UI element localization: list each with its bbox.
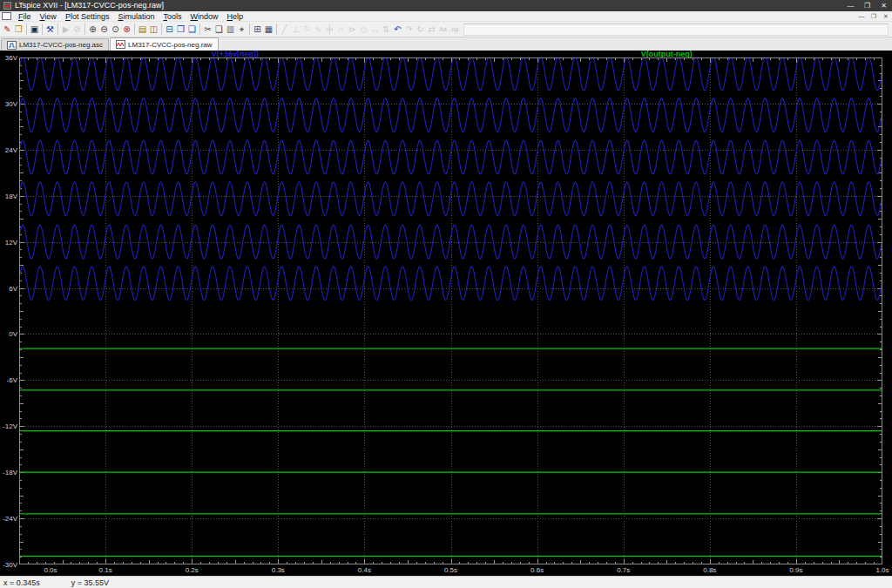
- x-tick-label: 0.3s: [272, 566, 285, 574]
- tab-bar: LM317-CVCC-pos-neg.ascLM317-CVCC-pos-neg…: [0, 37, 892, 51]
- toolbar-empty-area: [463, 24, 889, 36]
- toolbar-separator: [199, 24, 200, 35]
- halt-icon: ⊘: [71, 23, 83, 36]
- drag-icon: ⇅: [381, 23, 392, 36]
- y-tick-label: -12V: [0, 422, 17, 430]
- trace-input-ripple-step-3[interactable]: [19, 140, 882, 174]
- find-icon[interactable]: ⌖: [236, 23, 247, 36]
- wire-icon: ╱: [279, 23, 290, 36]
- copy-icon[interactable]: ❑: [213, 23, 225, 36]
- toolbar-separator: [161, 24, 162, 35]
- trace-input-ripple-step-6[interactable]: [19, 267, 882, 301]
- capacitor-icon: ╪: [324, 23, 335, 36]
- tab-lm317-cvcc-pos-neg-raw[interactable]: LM317-CVCC-pos-neg.raw: [110, 37, 218, 51]
- redo-icon: ↷: [403, 23, 415, 36]
- menu-simulation[interactable]: Simulation: [113, 11, 159, 22]
- move-icon: ↔: [369, 23, 381, 36]
- toolbar-separator: [26, 24, 27, 35]
- waveform-pane[interactable]: V(+36v[neg])V(output-neg) 36V30V24V18V12…: [0, 51, 892, 576]
- paste-icon[interactable]: ▥: [225, 23, 236, 36]
- cascade-windows-icon[interactable]: ❏: [186, 23, 198, 36]
- cut-icon[interactable]: ✂: [202, 23, 213, 36]
- x-tick-label: 0.9s: [789, 566, 802, 574]
- resistor-icon: ∿: [313, 23, 324, 36]
- trace-output-neg: [20, 348, 882, 556]
- menu-window[interactable]: Window: [186, 11, 222, 22]
- axis-ticks: [20, 58, 882, 564]
- x-tick-label: 0.0s: [44, 566, 57, 574]
- undo-icon[interactable]: ↶: [392, 23, 403, 36]
- menu-view[interactable]: View: [36, 11, 61, 22]
- zoom-back-icon[interactable]: ⊖: [98, 23, 110, 36]
- zoom-area-icon[interactable]: ⊕: [87, 23, 98, 36]
- x-tick-label: 0.5s: [444, 566, 457, 574]
- menu-bar: FileViewPlot SettingsSimulationToolsWind…: [0, 11, 892, 22]
- diode-icon: ⊳: [347, 23, 358, 36]
- schematic-icon: [7, 41, 17, 50]
- y-tick-label: 24V: [0, 146, 17, 154]
- minimize-button[interactable]: —: [842, 0, 859, 11]
- tab-lm317-cvcc-pos-neg-asc[interactable]: LM317-CVCC-pos-neg.asc: [1, 38, 109, 51]
- plot-canvas[interactable]: [19, 57, 882, 564]
- print-preview-icon[interactable]: ⊞: [252, 23, 263, 36]
- print-icon[interactable]: ▦: [263, 23, 274, 36]
- inductor-icon: ∩: [335, 23, 347, 36]
- y-tick-label: 18V: [0, 193, 17, 200]
- y-tick-label: -18V: [0, 469, 17, 476]
- control-panel-icon[interactable]: ⚒: [44, 23, 56, 36]
- tab-label: LM317-CVCC-pos-neg.raw: [128, 41, 212, 49]
- window-title: LTspice XVII - [LM317-CVCC-pos-neg.raw]: [15, 0, 842, 11]
- trace-input-ripple-step-2[interactable]: [19, 98, 882, 132]
- x-tick-label: 0.6s: [530, 566, 544, 574]
- save-icon[interactable]: ▣: [29, 23, 40, 36]
- tile-vertically-icon[interactable]: ❐: [175, 23, 186, 36]
- toolbar-separator: [84, 24, 85, 35]
- mdi-minimize-button[interactable]: —: [855, 13, 868, 19]
- spice-directive-icon: .op: [449, 23, 460, 36]
- close-button[interactable]: ✕: [875, 0, 892, 11]
- restore-button[interactable]: ❐: [859, 0, 875, 11]
- plot-frame: [20, 58, 882, 564]
- x-tick-label: 1.0s: [875, 566, 889, 574]
- menu-file[interactable]: File: [14, 11, 36, 22]
- cursor-x-readout: x = 0.345s: [3, 578, 40, 587]
- open-file-icon[interactable]: ❒: [13, 23, 24, 36]
- waveform-icon: [116, 40, 125, 49]
- mirror-icon: ⇄: [426, 23, 437, 36]
- y-tick-label: -24V: [0, 515, 17, 523]
- visible-traces-icon[interactable]: ◫: [148, 23, 159, 36]
- menu-help[interactable]: Help: [223, 11, 248, 22]
- trace-input-ripple-step-5[interactable]: [19, 225, 882, 259]
- spice-netlist-icon[interactable]: ▤: [137, 23, 148, 36]
- y-tick-label: 30V: [0, 100, 17, 108]
- zoom-out-icon[interactable]: ⊙: [110, 23, 121, 36]
- new-schematic-icon[interactable]: ✎: [2, 23, 13, 36]
- cursor-y-readout: y = 35.55V: [71, 578, 109, 587]
- menu-tools[interactable]: Tools: [159, 11, 186, 22]
- y-tick-label: 0V: [0, 330, 17, 338]
- component-icon: ◇: [358, 23, 369, 36]
- toolbar-separator: [42, 24, 43, 35]
- y-tick-label: 12V: [0, 239, 17, 247]
- ltspice-app-icon: [3, 2, 11, 10]
- tile-horizontally-icon[interactable]: ⊟: [164, 23, 175, 36]
- toolbar: ✎❒▣⚒▶⊘⊕⊖⊙⊗▤◫⊟❐❏✂❑▥⌖⊞▦╱⊥⚐∿╪∩⊳◇↔⇅↶↷↻⇄Aa.op: [0, 22, 892, 37]
- x-tick-label: 0.4s: [358, 566, 371, 574]
- label-net-icon: ⚐: [301, 23, 313, 36]
- x-tick-label: 0.7s: [617, 566, 630, 574]
- menu-plot-settings[interactable]: Plot Settings: [61, 11, 114, 22]
- document-icon[interactable]: [2, 12, 11, 20]
- zoom-full-extents-icon[interactable]: ⊗: [121, 23, 132, 36]
- mdi-close-button[interactable]: ✕: [880, 13, 892, 20]
- grid-lines: [20, 58, 882, 564]
- y-tick-label: 36V: [0, 54, 17, 62]
- toolbar-separator: [57, 24, 58, 35]
- mdi-restore-button[interactable]: ❐: [868, 13, 880, 20]
- trace-input-ripple-step-1[interactable]: [19, 57, 882, 91]
- toolbar-separator: [249, 24, 250, 35]
- x-tick-label: 0.1s: [99, 566, 112, 574]
- title-bar: LTspice XVII - [LM317-CVCC-pos-neg.raw] …: [0, 0, 892, 11]
- run-icon: ▶: [60, 23, 71, 36]
- x-tick-label: 0.8s: [703, 566, 716, 574]
- trace-input-ripple-step-4[interactable]: [19, 182, 882, 216]
